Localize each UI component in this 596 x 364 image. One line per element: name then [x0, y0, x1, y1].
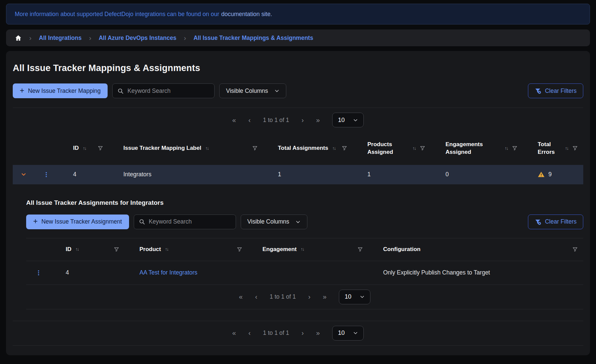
column-header-configuration: Configuration — [368, 238, 583, 261]
home-icon[interactable] — [15, 35, 22, 42]
sort-icon[interactable]: ↑↓ — [165, 246, 168, 252]
page-size-select[interactable]: 10 — [339, 290, 370, 304]
filter-icon[interactable] — [237, 247, 242, 252]
cell-total-errors: 9 — [523, 165, 583, 184]
column-label: ID — [66, 246, 71, 253]
previous-page-button[interactable]: ‹ — [248, 329, 251, 337]
clear-filters-label: Clear Filters — [545, 87, 577, 95]
column-header-total-assignments: Total Assignments ↑↓ — [263, 132, 353, 165]
next-page-button[interactable]: › — [301, 116, 304, 124]
product-link[interactable]: AA Test for Integrators — [139, 269, 197, 276]
last-page-button[interactable]: » — [316, 329, 320, 337]
breadcrumb-separator-icon: › — [184, 34, 186, 41]
main-toolbar: + New Issue Tracker Mapping Visible Colu… — [13, 83, 583, 98]
filter-icon[interactable] — [357, 247, 363, 252]
column-header-expand — [13, 132, 34, 165]
last-page-button[interactable]: » — [316, 116, 320, 124]
clear-filter-icon — [535, 87, 541, 94]
row-actions-kebab-icon[interactable] — [34, 165, 58, 184]
last-page-button[interactable]: » — [323, 293, 326, 301]
clear-filters-button[interactable]: Clear Filters — [528, 83, 583, 98]
breadcrumb-all-integrations[interactable]: All Integrations — [39, 35, 81, 42]
cell-id: 4 — [51, 261, 125, 285]
new-issue-tracker-assignment-label: New Issue Tracker Assignment — [41, 218, 122, 225]
sort-icon[interactable]: ↑↓ — [75, 246, 79, 252]
documentation-link[interactable]: documentation site. — [221, 11, 272, 18]
filter-icon[interactable] — [512, 145, 518, 151]
pagination-range: 1 to 1 of 1 — [263, 117, 289, 124]
filter-icon[interactable] — [342, 145, 347, 151]
chevron-down-icon — [353, 330, 358, 336]
cell-mapping-label: Integrators — [109, 165, 263, 184]
plus-icon: + — [20, 87, 24, 95]
sort-icon[interactable]: ↑↓ — [505, 145, 508, 151]
clear-filters-label: Clear Filters — [545, 218, 577, 225]
cell-total-assignments: 1 — [263, 165, 353, 184]
keyword-search-input[interactable] — [127, 87, 210, 95]
column-header-actions — [34, 132, 58, 165]
sub-section-title: All Issue Tracker Assignments for Integr… — [26, 199, 583, 206]
sort-icon[interactable]: ↑↓ — [413, 145, 416, 151]
sub-keyword-search-input[interactable] — [149, 218, 231, 225]
filter-icon[interactable] — [98, 145, 103, 151]
filter-icon[interactable] — [420, 145, 425, 151]
filter-icon[interactable] — [572, 247, 578, 252]
sort-icon[interactable]: ↑↓ — [83, 145, 86, 151]
chevron-down-icon — [295, 219, 301, 225]
cell-engagement — [248, 261, 368, 285]
column-header-total-errors: Total Errors ↑↓ — [523, 132, 583, 165]
assignments-sub-panel: All Issue Tracker Assignments for Integr… — [26, 199, 583, 309]
new-issue-tracker-mapping-button[interactable]: + New Issue Tracker Mapping — [13, 83, 108, 98]
cell-engagements-assigned: 0 — [431, 165, 523, 184]
page-title: All Issue Tracker Mappings & Assignments — [6, 51, 590, 73]
breadcrumb-current-page[interactable]: All Issue Tracker Mappings & Assignments — [193, 35, 313, 42]
column-label: Engagement — [262, 246, 297, 253]
table-row[interactable]: 4 Integrators 1 1 0 9 — [13, 165, 583, 184]
main-table-bottom-pagination: « ‹ 1 to 1 of 1 › » 10 — [6, 321, 590, 345]
breadcrumb-all-azure-devops-instances[interactable]: All Azure DevOps Instances — [99, 35, 176, 42]
first-page-button[interactable]: « — [239, 293, 243, 301]
previous-page-button[interactable]: ‹ — [248, 116, 251, 124]
filter-icon[interactable] — [114, 247, 119, 252]
sub-clear-filters-button[interactable]: Clear Filters — [528, 215, 583, 229]
column-header-actions — [26, 238, 51, 261]
sort-icon[interactable]: ↑↓ — [301, 246, 304, 252]
search-icon — [117, 88, 124, 94]
page-size-select[interactable]: 10 — [332, 113, 364, 127]
chevron-down-icon — [360, 294, 365, 299]
new-issue-tracker-mapping-label: New Issue Tracker Mapping — [28, 87, 101, 95]
sort-icon[interactable]: ↑↓ — [205, 145, 208, 151]
first-page-button[interactable]: « — [232, 116, 236, 124]
pagination-range: 1 to 1 of 1 — [270, 293, 296, 300]
column-label: Configuration — [383, 246, 420, 253]
main-table-header: ID ↑↓ Issue Tracker Mapping Label ↑↓ Tot… — [13, 132, 583, 165]
column-header-product: Product ↑↓ — [125, 238, 248, 261]
table-row[interactable]: 4 AA Test for Integrators Only Explicitl… — [26, 261, 583, 285]
main-table-top-pagination: « ‹ 1 to 1 of 1 › » 10 — [6, 108, 590, 132]
new-issue-tracker-assignment-button[interactable]: + New Issue Tracker Assignment — [26, 215, 129, 229]
row-actions-kebab-icon[interactable] — [26, 261, 51, 285]
sort-icon[interactable]: ↑↓ — [565, 145, 569, 151]
column-header-products-assigned: Products Assigned ↑↓ — [353, 132, 431, 165]
total-errors-count: 9 — [548, 171, 552, 178]
filter-icon[interactable] — [252, 145, 258, 151]
column-label: Products Assigned — [367, 141, 409, 156]
page-size-select[interactable]: 10 — [332, 326, 364, 341]
next-page-button[interactable]: › — [308, 293, 310, 301]
visible-columns-label: Visible Columns — [247, 218, 289, 225]
cell-products-assigned: 1 — [353, 165, 431, 184]
breadcrumb-separator-icon: › — [29, 34, 32, 41]
sort-icon[interactable]: ↑↓ — [332, 145, 336, 151]
sub-visible-columns-dropdown[interactable]: Visible Columns — [241, 215, 307, 229]
filter-icon[interactable] — [572, 145, 578, 151]
plus-icon: + — [33, 218, 38, 225]
collapse-row-chevron-icon[interactable] — [13, 165, 34, 184]
sub-table-pagination: « ‹ 1 to 1 of 1 › » 10 — [26, 285, 583, 309]
previous-page-button[interactable]: ‹ — [255, 293, 257, 301]
sub-toolbar: + New Issue Tracker Assignment Visible C… — [26, 215, 583, 229]
column-label: Engagements Assigned — [445, 141, 501, 156]
next-page-button[interactable]: › — [301, 329, 304, 337]
first-page-button[interactable]: « — [232, 329, 236, 337]
visible-columns-dropdown[interactable]: Visible Columns — [219, 83, 286, 98]
info-banner: More information about supported DefectD… — [6, 4, 590, 24]
